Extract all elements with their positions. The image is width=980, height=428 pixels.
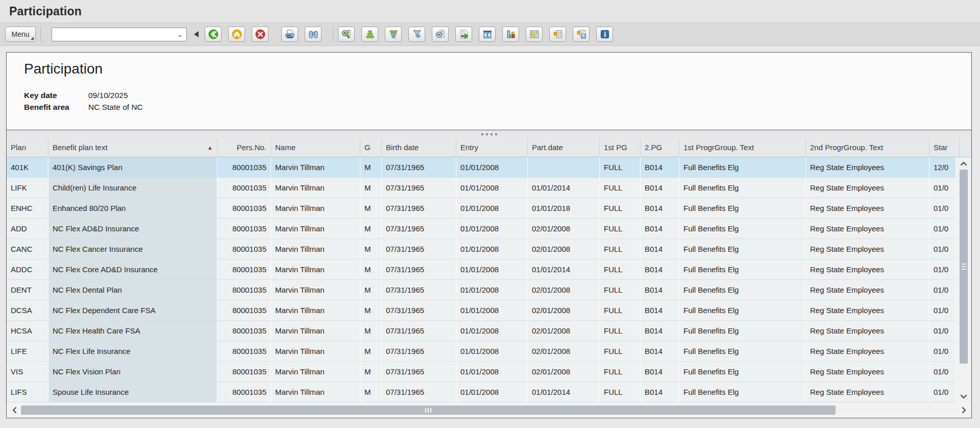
column-header-pg2[interactable]: 2.PG <box>641 138 679 157</box>
table-cell-entry[interactable]: 01/01/2008 <box>456 178 528 198</box>
table-cell-pg1[interactable]: FULL <box>600 321 641 341</box>
table-cell-birth[interactable]: 07/31/1965 <box>382 157 456 178</box>
table-cell-start[interactable]: 01/0 <box>929 341 956 362</box>
history-left-arrow-icon[interactable] <box>194 31 199 37</box>
sort-descending-button[interactable] <box>385 27 402 42</box>
table-cell-pers[interactable]: 80001035 <box>217 178 271 198</box>
table-cell-text[interactable]: NC Flex Dental Plan <box>48 280 217 300</box>
table-cell-plan[interactable]: CANC <box>7 239 48 259</box>
table-cell-entry[interactable]: 01/01/2008 <box>456 362 528 382</box>
table-cell-pers[interactable]: 80001035 <box>217 382 271 402</box>
table-cell-pgt2[interactable]: Reg State Employees <box>806 362 929 382</box>
sort-ascending-button[interactable] <box>361 27 378 42</box>
table-cell-pers[interactable]: 80001035 <box>217 239 271 259</box>
table-cell-pg1[interactable]: FULL <box>600 341 641 362</box>
table-cell-pg2[interactable]: B014 <box>641 362 679 382</box>
column-header-entry[interactable]: Entry <box>456 138 528 157</box>
table-cell-plan[interactable]: HCSA <box>7 321 48 341</box>
table-cell-pg1[interactable]: FULL <box>600 198 641 219</box>
table-cell-birth[interactable]: 07/31/1965 <box>382 259 456 280</box>
export-button[interactable] <box>455 27 472 42</box>
table-cell-pgt2[interactable]: Reg State Employees <box>806 321 929 341</box>
column-header-start[interactable]: Star <box>929 138 960 157</box>
table-cell-g[interactable]: M <box>360 178 382 198</box>
table-cell-pgt1[interactable]: Full Benefits Elg <box>679 382 806 402</box>
table-cell-pgt1[interactable]: Full Benefits Elg <box>679 239 806 259</box>
table-cell-plan[interactable]: ENHC <box>7 198 48 219</box>
table-cell-pers[interactable]: 80001035 <box>217 341 271 362</box>
table-row[interactable]: ENHCEnhanced 80/20 Plan80001035Marvin Ti… <box>7 198 956 219</box>
table-cell-g[interactable]: M <box>360 259 382 280</box>
table-cell-pers[interactable]: 80001035 <box>217 259 271 280</box>
table-cell-pg2[interactable]: B014 <box>641 280 679 300</box>
table-cell-birth[interactable]: 07/31/1965 <box>382 280 456 300</box>
table-cell-birth[interactable]: 07/31/1965 <box>382 321 456 341</box>
column-header-name[interactable]: Name <box>271 138 360 157</box>
command-field[interactable]: ⌄ <box>52 28 187 41</box>
table-cell-text[interactable]: NC Flex Dependent Care FSA <box>48 300 217 321</box>
find-button[interactable] <box>305 27 322 42</box>
table-cell-pg1[interactable]: FULL <box>600 219 641 239</box>
table-row[interactable]: LIFENC Flex Life Insurance80001035Marvin… <box>7 341 956 362</box>
table-cell-plan[interactable]: DCSA <box>7 300 48 321</box>
table-cell-plan[interactable]: LIFS <box>7 382 48 402</box>
table-cell-name[interactable]: Marvin Tillman <box>271 321 360 341</box>
table-cell-name[interactable]: Marvin Tillman <box>271 341 360 362</box>
table-cell-pgt1[interactable]: Full Benefits Elg <box>679 259 806 280</box>
table-cell-part[interactable]: 02/01/2008 <box>528 219 600 239</box>
table-cell-start[interactable]: 01/0 <box>929 239 956 259</box>
table-row[interactable]: VISNC Flex Vision Plan80001035Marvin Til… <box>7 362 956 382</box>
table-cell-pg1[interactable]: FULL <box>600 382 641 402</box>
table-cell-part[interactable]: 02/01/2008 <box>528 300 600 321</box>
table-cell-birth[interactable]: 07/31/1965 <box>382 341 456 362</box>
column-header-part[interactable]: Part.date <box>528 138 600 157</box>
table-cell-start[interactable]: 01/0 <box>929 280 956 300</box>
table-cell-birth[interactable]: 07/31/1965 <box>382 362 456 382</box>
totals-button[interactable] <box>432 27 449 42</box>
table-cell-pgt1[interactable]: Full Benefits Elg <box>679 157 806 178</box>
table-cell-name[interactable]: Marvin Tillman <box>271 362 360 382</box>
table-cell-plan[interactable]: LIFE <box>7 341 48 362</box>
table-cell-pers[interactable]: 80001035 <box>217 280 271 300</box>
table-cell-part[interactable]: 01/01/2014 <box>528 259 600 280</box>
table-cell-entry[interactable]: 01/01/2008 <box>456 239 528 259</box>
table-cell-pgt1[interactable]: Full Benefits Elg <box>679 321 806 341</box>
table-cell-g[interactable]: M <box>360 300 382 321</box>
word-processing-button[interactable] <box>479 27 496 42</box>
vertical-scrollbar[interactable] <box>956 157 971 402</box>
table-cell-pers[interactable]: 80001035 <box>217 362 271 382</box>
table-row[interactable]: ADDNC Flex AD&D Insurance80001035Marvin … <box>7 219 956 239</box>
table-cell-part[interactable]: 02/01/2008 <box>528 280 600 300</box>
table-cell-g[interactable]: M <box>360 157 382 178</box>
back-button[interactable] <box>205 27 222 42</box>
table-cell-part[interactable]: 01/01/2014 <box>528 178 600 198</box>
table-cell-name[interactable]: Marvin Tillman <box>271 259 360 280</box>
table-cell-name[interactable]: Marvin Tillman <box>271 178 360 198</box>
table-cell-text[interactable]: Enhanced 80/20 Plan <box>48 198 217 219</box>
graphics-button[interactable] <box>502 27 519 42</box>
table-cell-pg2[interactable]: B014 <box>641 321 679 341</box>
table-cell-g[interactable]: M <box>360 280 382 300</box>
vertical-scroll-thumb[interactable] <box>960 170 968 364</box>
table-cell-pg2[interactable]: B014 <box>641 219 679 239</box>
table-cell-entry[interactable]: 01/01/2008 <box>456 321 528 341</box>
table-cell-name[interactable]: Marvin Tillman <box>271 280 360 300</box>
table-cell-text[interactable]: 401(K) Savings Plan <box>48 157 217 178</box>
scroll-up-arrow-icon[interactable] <box>956 158 971 169</box>
table-cell-pg2[interactable]: B014 <box>641 157 679 178</box>
table-row[interactable]: DENTNC Flex Dental Plan80001035Marvin Ti… <box>7 280 956 300</box>
table-cell-name[interactable]: Marvin Tillman <box>271 300 360 321</box>
column-header-plan[interactable]: Plan <box>7 138 48 157</box>
table-cell-start[interactable]: 01/0 <box>929 362 956 382</box>
table-cell-part[interactable]: 01/01/2014 <box>528 382 600 402</box>
table-cell-g[interactable]: M <box>360 321 382 341</box>
table-cell-entry[interactable]: 01/01/2008 <box>456 198 528 219</box>
table-cell-plan[interactable]: VIS <box>7 362 48 382</box>
table-cell-text[interactable]: NC Flex Health Care FSA <box>48 321 217 341</box>
table-cell-text[interactable]: NC Flex Core AD&D Insurance <box>48 259 217 280</box>
table-row[interactable]: LIFSSpouse Life Insurance80001035Marvin … <box>7 382 956 402</box>
table-cell-birth[interactable]: 07/31/1965 <box>382 219 456 239</box>
table-cell-pgt2[interactable]: Reg State Employees <box>806 157 929 178</box>
table-cell-plan[interactable]: DENT <box>7 280 48 300</box>
table-row[interactable]: ADDCNC Flex Core AD&D Insurance80001035M… <box>7 259 956 280</box>
